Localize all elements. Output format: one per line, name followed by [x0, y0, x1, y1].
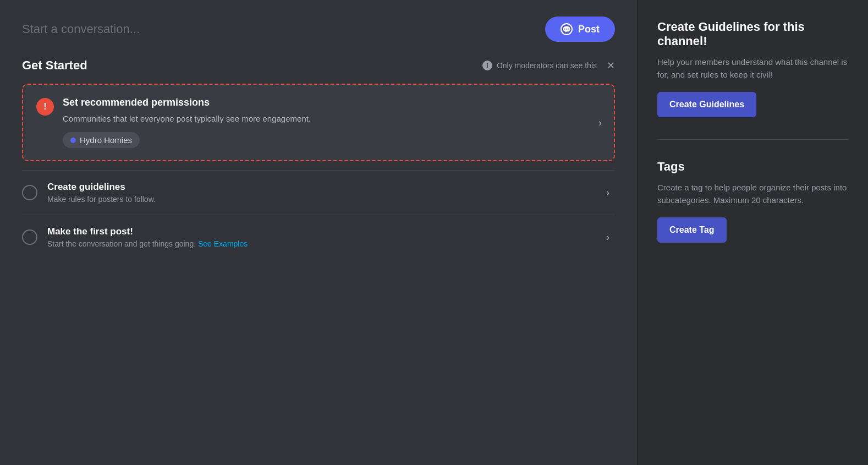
create-guidelines-content: Create guidelines Make rules for posters… [47, 182, 615, 204]
see-examples-link[interactable]: See Examples [198, 239, 248, 248]
warning-symbol: ! [43, 102, 46, 112]
tags-section-title: Tags [657, 160, 848, 174]
tag-chip[interactable]: Hydro Homies [63, 132, 140, 148]
make-first-post-content: Make the first post! Start the conversat… [47, 226, 615, 248]
create-guidelines-item[interactable]: Create guidelines Make rules for posters… [22, 170, 615, 215]
guidelines-section-title: Create Guidelines for this channel! [657, 20, 848, 48]
make-first-post-desc: Start the conversation and get things go… [47, 239, 615, 248]
tags-section: Tags Create a tag to help people organiz… [657, 160, 848, 243]
create-guidelines-button-label: Create Guidelines [669, 100, 744, 109]
featured-card-title: Set recommended permissions [63, 97, 601, 108]
conversation-bar: Start a conversation... 💬 Post [22, 17, 615, 42]
featured-card[interactable]: ! Set recommended permissions Communitie… [22, 84, 615, 161]
make-first-post-desc-text: Start the conversation and get things go… [47, 239, 196, 248]
featured-card-chevron: › [598, 117, 602, 128]
warning-icon: ! [36, 98, 54, 116]
close-icon[interactable]: ✕ [607, 59, 615, 72]
guidelines-chevron: › [606, 187, 609, 199]
tag-chip-label: Hydro Homies [80, 135, 132, 145]
featured-card-text: Set recommended permissions Communities … [63, 97, 601, 148]
page-layout: Start a conversation... 💬 Post Get Start… [0, 0, 868, 465]
get-started-section: Get Started i Only moderators can see th… [22, 58, 615, 259]
main-panel: Start a conversation... 💬 Post Get Start… [0, 0, 637, 465]
post-button[interactable]: 💬 Post [545, 17, 615, 42]
get-started-title: Get Started [22, 58, 87, 73]
conversation-placeholder[interactable]: Start a conversation... [22, 22, 140, 36]
featured-card-content: ! Set recommended permissions Communitie… [36, 97, 601, 148]
featured-card-desc: Communities that let everyone post typic… [63, 113, 601, 124]
info-icon: i [482, 61, 492, 70]
moderator-notice: i Only moderators can see this ✕ [482, 59, 615, 72]
create-guidelines-button[interactable]: Create Guidelines [657, 92, 756, 117]
make-first-post-title: Make the first post! [47, 226, 615, 237]
moderator-notice-text: Only moderators can see this [497, 61, 597, 70]
create-guidelines-desc: Make rules for posters to follow. [47, 195, 615, 204]
guidelines-section-desc: Help your members understand what this c… [657, 56, 848, 81]
radio-circle-guidelines [22, 185, 37, 200]
right-panel: Create Guidelines for this channel! Help… [637, 0, 868, 465]
guidelines-section: Create Guidelines for this channel! Help… [657, 20, 848, 117]
post-chevron: › [606, 232, 609, 243]
create-tag-button[interactable]: Create Tag [657, 217, 727, 243]
post-icon: 💬 [561, 23, 573, 35]
create-guidelines-title: Create guidelines [47, 182, 615, 193]
get-started-header: Get Started i Only moderators can see th… [22, 58, 615, 73]
post-button-label: Post [578, 24, 600, 35]
create-tag-button-label: Create Tag [669, 225, 715, 234]
radio-circle-post [22, 229, 37, 245]
panel-divider [657, 139, 848, 140]
make-first-post-item[interactable]: Make the first post! Start the conversat… [22, 215, 615, 259]
tags-section-desc: Create a tag to help people organize the… [657, 182, 848, 206]
tag-dot [70, 138, 76, 143]
